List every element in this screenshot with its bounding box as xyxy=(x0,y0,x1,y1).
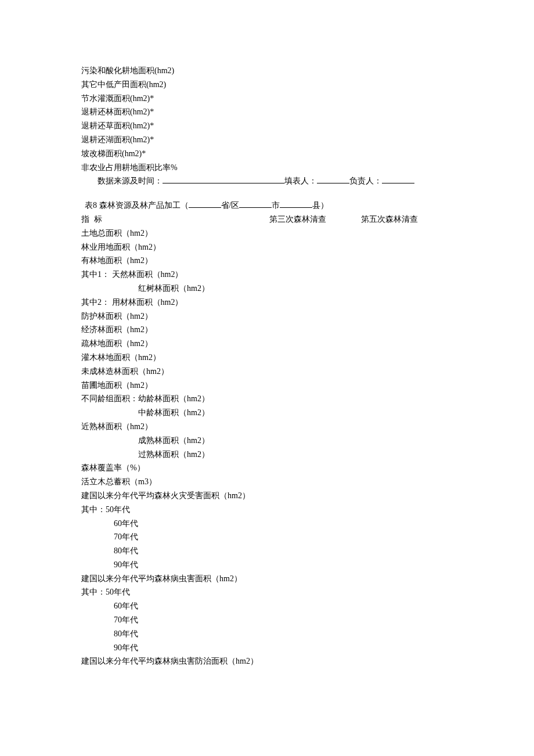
list-item: 其中2： 用材林面积（hm2） xyxy=(81,296,453,309)
list-item: 未成林造林面积（hm2） xyxy=(81,365,453,379)
header-col-third-survey: 第三次森林清查 xyxy=(269,213,326,226)
list-item: 红树林面积（hm2） xyxy=(81,282,453,296)
filler-blank[interactable] xyxy=(317,183,349,183)
county-blank[interactable] xyxy=(280,207,312,208)
list-item: 建国以来分年代平均森林病虫害防治面积（hm2） xyxy=(81,654,453,668)
source-label: 数据来源及时间： xyxy=(98,177,163,185)
list-item: 70年代 xyxy=(81,530,453,544)
list-item: 其中：50年代 xyxy=(81,585,453,599)
list-item: 近熟林面积（hm2） xyxy=(81,420,453,434)
header-indicator-label: 指标 xyxy=(81,213,107,226)
list-item: 土地总面积（hm2） xyxy=(81,226,453,240)
list-item: 不同龄组面积：幼龄林面积（hm2） xyxy=(81,392,453,406)
list-item: 有林地面积（hm2） xyxy=(81,254,453,268)
city-blank[interactable] xyxy=(239,207,272,208)
list-item: 灌木林地面积（hm2） xyxy=(81,351,453,365)
list-item: 苗圃地面积（hm2） xyxy=(81,379,453,393)
list-item: 90年代 xyxy=(81,641,453,655)
title-prefix: 表8 森林资源及林产品加工（ xyxy=(85,201,189,210)
list-item: 退耕还草面积(hm2)* xyxy=(81,119,453,133)
list-item: 建国以来分年代平均森林火灾受害面积（hm2） xyxy=(81,489,453,503)
source-line: 数据来源及时间：填表人：负责人： xyxy=(81,174,453,188)
list-item: 退耕还湖面积(hm2)* xyxy=(81,133,453,147)
list-item: 中龄林面积（hm2） xyxy=(81,406,453,420)
list-item: 污染和酸化耕地面积(hm2) xyxy=(81,64,453,78)
list-item: 过熟林面积（hm2） xyxy=(81,448,453,462)
title-county: 县） xyxy=(312,201,329,210)
list-item: 60年代 xyxy=(81,517,453,531)
list-item: 疏林地面积（hm2） xyxy=(81,337,453,351)
list-item: 其它中低产田面积(hm2) xyxy=(81,78,453,92)
list-item: 90年代 xyxy=(81,558,453,572)
list-item: 防护林面积（hm2） xyxy=(81,309,453,323)
list-item: 80年代 xyxy=(81,544,453,558)
list-item: 60年代 xyxy=(81,599,453,613)
list-item: 非农业占用耕地面积比率% xyxy=(81,161,453,175)
section1-list: 污染和酸化耕地面积(hm2) 其它中低产田面积(hm2) 节水灌溉面积(hm2)… xyxy=(81,64,453,174)
header-col-fifth-survey: 第五次森林清查 xyxy=(361,213,418,226)
list-item: 建国以来分年代平均森林病虫害面积（hm2） xyxy=(81,572,453,586)
list-item: 森林覆盖率（%） xyxy=(81,461,453,475)
list-item: 70年代 xyxy=(81,613,453,627)
responsible-blank[interactable] xyxy=(382,183,414,183)
list-item: 经济林面积（hm2） xyxy=(81,323,453,337)
title-city: 市 xyxy=(272,201,280,210)
table8-title: 表8 森林资源及林产品加工（省/区市县） xyxy=(81,199,453,213)
list-item: 80年代 xyxy=(81,627,453,641)
list-item: 活立木总蓄积（m3） xyxy=(81,475,453,489)
list-item: 林业用地面积（hm2） xyxy=(81,240,453,254)
list-item: 退耕还林面积(hm2)* xyxy=(81,105,453,119)
table8-header-row: 指标 第三次森林清查 第五次森林清查 xyxy=(81,213,453,226)
title-province: 省/区 xyxy=(221,201,240,210)
table8-list: 土地总面积（hm2） 林业用地面积（hm2） 有林地面积（hm2） 其中1： 天… xyxy=(81,226,453,669)
list-item: 坡改梯面积(hm2)* xyxy=(81,147,453,161)
list-item: 节水灌溉面积(hm2)* xyxy=(81,92,453,106)
responsible-label: 负责人： xyxy=(349,177,382,185)
list-item: 其中：50年代 xyxy=(81,503,453,517)
source-blank[interactable] xyxy=(163,183,284,183)
filler-label: 填表人： xyxy=(284,177,317,185)
list-item: 成熟林面积（hm2） xyxy=(81,434,453,448)
list-item: 其中1： 天然林面积（hm2） xyxy=(81,268,453,282)
province-blank[interactable] xyxy=(189,207,221,208)
